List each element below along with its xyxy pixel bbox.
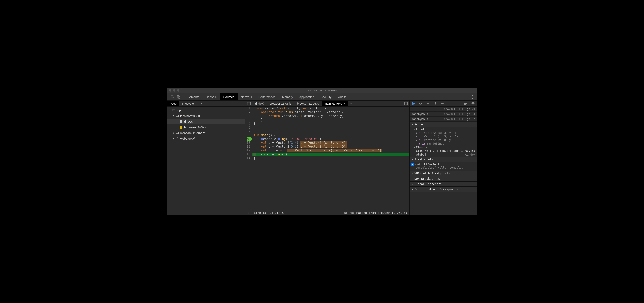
stack-frame[interactable]: browser-11-06.js:20	[410, 107, 477, 112]
svg-rect-1	[178, 96, 179, 98]
code-editor[interactable]: 1 2 3 4 5 6 7 8 9 10 11 12 13 14 class V…	[246, 107, 410, 210]
caret-down-icon	[169, 109, 171, 111]
file-tab-index[interactable]: (index)	[252, 101, 267, 106]
caret-right-icon	[413, 154, 415, 156]
traffic-close[interactable]	[169, 89, 171, 92]
tree-label: browser-11-06.js	[184, 126, 207, 129]
tree-label: webpack-internal://	[180, 131, 206, 135]
source-map-link[interactable]: browser-11-06.js	[378, 211, 406, 214]
scope-body: Local a: Vector2 {x: 3, y: 4} b: Vector2…	[410, 127, 477, 157]
more-file-tabs-icon[interactable]: »	[348, 101, 354, 106]
line-number: 6	[247, 126, 250, 130]
pretty-print-icon[interactable]: {}	[248, 211, 251, 214]
line-gutter[interactable]: 1 2 3 4 5 6 7 8 9 10 11 12 13 14	[246, 107, 252, 210]
file-tab-label: browser-11-06.js	[297, 102, 319, 105]
traffic-minimize[interactable]	[173, 89, 176, 92]
xhr-breakpoints-header[interactable]: XHR/fetch Breakpoints	[410, 171, 477, 176]
svg-point-10	[428, 104, 428, 105]
tab-security[interactable]: Security	[317, 93, 335, 100]
scope-global[interactable]: GlobalWindow	[410, 153, 477, 156]
svg-point-14	[444, 103, 444, 104]
traffic-zoom[interactable]	[177, 89, 180, 92]
source-map-info: (source mapped from browser-11-06.js)	[342, 211, 408, 214]
nav-toggle-icon[interactable]	[246, 101, 252, 106]
close-tab-icon[interactable]: ×	[344, 102, 345, 105]
subtab-page[interactable]: Page	[167, 101, 180, 106]
subtab-filesystem[interactable]: Filesystem	[180, 101, 199, 106]
tab-audits[interactable]: Audits	[335, 93, 350, 100]
step-into-icon[interactable]	[426, 102, 430, 106]
breakpoint-preview: console.log("Hello, Console…	[411, 166, 463, 169]
tab-application[interactable]: Application	[296, 93, 317, 100]
caret-down-icon	[411, 158, 413, 161]
tab-sources[interactable]: Sources	[220, 93, 238, 100]
navigator-menu-icon[interactable]: ⋮	[237, 101, 245, 106]
caret-right-icon	[416, 132, 418, 134]
scope-var[interactable]: b: Vector2 {x: 5, y: 5}	[410, 135, 477, 138]
tab-network[interactable]: Network	[238, 93, 255, 100]
more-subtabs-icon[interactable]: »	[199, 101, 204, 106]
file-tab-main-kt[interactable]: main.kt?ae40 ×	[322, 101, 348, 106]
tree-webpack[interactable]: webpack://	[167, 136, 245, 141]
nav-toggle-right-icon[interactable]	[402, 101, 410, 106]
code-body[interactable]: class Vector2(val x: Int, val y: Int) { …	[252, 107, 410, 210]
step-icon[interactable]	[440, 102, 445, 106]
breakpoint-marker-icon	[278, 138, 280, 140]
tree-webpack-internal[interactable]: webpack-internal://	[167, 130, 245, 136]
file-icon	[180, 120, 183, 123]
device-toolbar-icon[interactable]	[177, 95, 181, 99]
tree-label: top	[176, 109, 181, 112]
tab-label: Application	[300, 95, 314, 99]
tree-top[interactable]: top	[167, 107, 245, 113]
tab-label: Performance	[258, 95, 276, 99]
scope-closure[interactable]: Closure	[410, 145, 477, 149]
breakpoints-header[interactable]: Breakpoints	[410, 157, 477, 162]
breakpoints-list: main.kt?ae40:9 console.log("Hello, Conso…	[410, 162, 477, 171]
breakpoint-item[interactable]: main.kt?ae40:9	[411, 163, 476, 166]
kebab-menu-icon[interactable]: ⋮	[468, 93, 477, 100]
tree-index[interactable]: (index)	[167, 119, 245, 124]
tab-memory[interactable]: Memory	[279, 93, 296, 100]
scope-header[interactable]: Scope	[410, 122, 477, 127]
line-number: 12	[247, 149, 250, 153]
inspect-element-icon[interactable]	[170, 95, 174, 99]
step-out-icon[interactable]	[433, 102, 438, 106]
deactivate-breakpoints-icon[interactable]	[464, 102, 468, 106]
pause-on-exceptions-icon[interactable]	[471, 102, 475, 106]
tree-host[interactable]: localhost:8080	[167, 113, 245, 119]
debugger-panel: browser-11-06.js:20 (anonymous) browser-…	[410, 101, 477, 215]
stack-fn: (anonymous)	[412, 112, 430, 116]
scope-local[interactable]: Local	[410, 127, 477, 131]
tab-label: Sources	[223, 95, 234, 99]
line-number-breakpoint[interactable]: 9	[247, 137, 250, 141]
resume-icon[interactable]	[412, 102, 416, 106]
scope-var[interactable]: a: Vector2 {x: 3, y: 4}	[410, 131, 477, 135]
file-tab-js1[interactable]: browser-11-06.js	[267, 101, 294, 106]
traffic-lights[interactable]	[169, 89, 180, 92]
svg-rect-7	[412, 102, 412, 105]
dom-breakpoints-header[interactable]: DOM Breakpoints	[410, 176, 477, 181]
tree-jsfile[interactable]: browser-11-06.js	[167, 124, 245, 130]
event-listener-breakpoints-header[interactable]: Event Listener Breakpoints	[410, 187, 477, 192]
tab-console[interactable]: Console	[202, 93, 220, 100]
section-label: Scope	[414, 123, 423, 126]
scope-closure2[interactable]: Closure (./kotlin/browser-11-06.js)	[410, 149, 477, 153]
call-stack: browser-11-06.js:20 (anonymous) browser-…	[410, 107, 477, 122]
file-tab-label: main.kt?ae40	[324, 102, 342, 105]
breakpoint-marker-icon	[261, 138, 263, 140]
tab-elements[interactable]: Elements	[184, 93, 202, 100]
scope-var[interactable]: c: Vector2 {x: 8, y: 9}	[410, 138, 477, 142]
caret-down-icon	[172, 115, 174, 117]
inline-value: b = Vector2 {x: 5, y: 5}	[300, 145, 346, 148]
stack-frame[interactable]: (anonymous) browser-11-06.js:87	[410, 117, 477, 122]
caret-right-icon	[411, 178, 413, 180]
breakpoint-checkbox[interactable]	[411, 163, 414, 166]
tab-label: Security	[320, 95, 332, 99]
step-over-icon[interactable]	[419, 102, 423, 106]
tab-label: Audits	[338, 95, 346, 99]
stack-frame[interactable]: (anonymous) browser-11-06.js:84	[410, 112, 477, 117]
tab-performance[interactable]: Performance	[255, 93, 279, 100]
tab-label: Memory	[282, 95, 293, 99]
global-listeners-header[interactable]: Global Listeners	[410, 181, 477, 187]
file-tab-js2[interactable]: browser-11-06.js	[294, 101, 322, 106]
